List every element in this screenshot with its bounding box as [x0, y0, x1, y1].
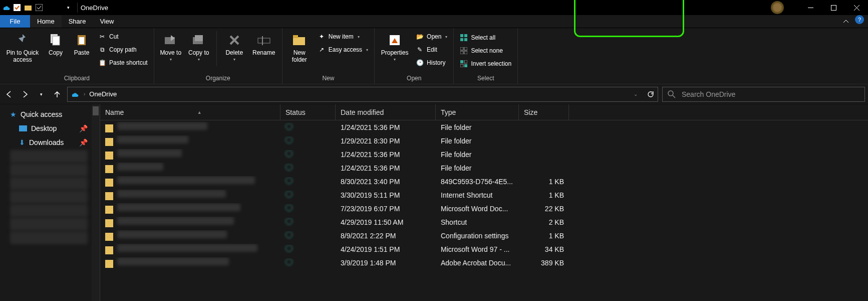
- open-icon: 📂: [416, 33, 424, 41]
- invert-selection-button[interactable]: Invert selection: [458, 58, 513, 69]
- sidebar-item-blurred[interactable]: [10, 191, 88, 204]
- tab-share[interactable]: Share: [62, 15, 93, 28]
- select-none-button[interactable]: Select none: [458, 45, 513, 56]
- sidebar-item-blurred[interactable]: [10, 204, 88, 217]
- delete-button[interactable]: Delete▾: [222, 29, 247, 62]
- move-to-button[interactable]: Move to▾: [158, 29, 183, 62]
- svg-rect-12: [262, 36, 263, 45]
- file-row[interactable]: 1/24/2021 5:36 PMFile folder: [100, 147, 868, 161]
- file-icon: [105, 260, 113, 268]
- up-button[interactable]: [51, 88, 63, 100]
- select-all-button[interactable]: Select all: [458, 32, 513, 43]
- file-row[interactable]: 1/24/2021 5:36 PMFile folder: [100, 161, 868, 175]
- status-icon: [285, 191, 293, 198]
- history-button[interactable]: 🕑History: [414, 57, 449, 68]
- new-item-button[interactable]: ✦New item▾: [316, 31, 370, 42]
- file-type: Adobe Acrobat Docu...: [436, 259, 519, 267]
- qat-folder-icon[interactable]: [24, 4, 32, 12]
- copy-button[interactable]: Copy: [44, 29, 67, 56]
- file-row[interactable]: 8/9/2021 2:22 PMConfiguration settings1 …: [100, 229, 868, 242]
- qat-save-icon[interactable]: [13, 4, 21, 12]
- sidebar-desktop[interactable]: Desktop 📌: [0, 121, 100, 135]
- qat-checkbox-icon[interactable]: [35, 4, 43, 12]
- cut-button[interactable]: ✂Cut: [96, 31, 150, 42]
- chevron-right-icon[interactable]: ›: [84, 91, 85, 97]
- file-icon: [105, 206, 113, 214]
- sidebar-item-blurred[interactable]: [10, 164, 88, 177]
- open-button[interactable]: 📂Open▾: [414, 31, 449, 42]
- user-avatar[interactable]: [771, 1, 784, 14]
- easy-access-button[interactable]: ↗Easy access▾: [316, 44, 370, 55]
- properties-button[interactable]: Properties▾: [379, 29, 411, 62]
- refresh-button[interactable]: [647, 90, 655, 98]
- tab-view[interactable]: View: [93, 15, 121, 28]
- file-name-blurred: [117, 244, 257, 252]
- file-row[interactable]: 1/29/2021 8:30 PMFile folder: [100, 134, 868, 147]
- sidebar-item-blurred[interactable]: [10, 177, 88, 190]
- file-name-blurred: [117, 176, 255, 184]
- sidebar-quick-access[interactable]: ★ Quick access: [0, 107, 100, 121]
- header-status[interactable]: Status: [280, 104, 336, 120]
- file-type: File folder: [436, 150, 519, 159]
- tab-home[interactable]: Home: [30, 15, 62, 28]
- cut-icon: ✂: [98, 33, 106, 41]
- file-icon: [105, 138, 113, 146]
- maximize-button[interactable]: [822, 0, 845, 15]
- file-type: 849C9593-D756-4E5...: [436, 178, 519, 186]
- header-date[interactable]: Date modified: [336, 104, 436, 120]
- help-icon[interactable]: ?: [855, 15, 864, 24]
- rename-button[interactable]: Rename: [250, 29, 278, 56]
- recent-dropdown-icon[interactable]: ▾: [35, 88, 47, 100]
- file-row[interactable]: 3/9/2019 1:48 PMAdobe Acrobat Docu...389…: [100, 256, 868, 269]
- invert-selection-icon: [460, 60, 468, 68]
- minimize-button[interactable]: [799, 0, 822, 15]
- header-type[interactable]: Type: [436, 104, 519, 120]
- svg-rect-7: [79, 37, 84, 44]
- copy-to-button[interactable]: Copy to▾: [186, 29, 211, 62]
- forward-button[interactable]: [19, 88, 31, 100]
- copy-path-button[interactable]: ⧉Copy path: [96, 44, 150, 55]
- group-label: Select: [458, 74, 513, 84]
- file-name-blurred: [117, 257, 229, 265]
- svg-rect-19: [464, 38, 467, 41]
- svg-rect-17: [464, 34, 467, 37]
- sidebar-item-blurred[interactable]: [10, 218, 88, 231]
- sidebar-downloads[interactable]: ⬇ Downloads 📌: [0, 135, 100, 149]
- file-row[interactable]: 4/29/2019 11:50 AMShortcut2 KB: [100, 215, 868, 229]
- sidebar-item-blurred[interactable]: [10, 150, 88, 163]
- address-dropdown-icon[interactable]: ⌄: [634, 91, 638, 97]
- close-button[interactable]: [845, 0, 868, 15]
- file-row[interactable]: 4/24/2019 1:51 PMMicrosoft Word 97 - ...…: [100, 242, 868, 256]
- svg-rect-14: [293, 35, 298, 38]
- paste-button[interactable]: Paste: [70, 29, 93, 56]
- address-bar[interactable]: › OneDrive ⌄: [67, 87, 658, 102]
- qat-dropdown-icon[interactable]: ▾: [64, 4, 72, 12]
- file-date: 7/23/2019 6:07 PM: [336, 205, 436, 213]
- sidebar-scrollbar[interactable]: [92, 104, 100, 301]
- header-size[interactable]: Size: [519, 104, 569, 120]
- file-name-blurred: [117, 217, 234, 225]
- new-folder-button[interactable]: New folder: [286, 29, 313, 63]
- file-date: 4/24/2019 1:51 PM: [336, 245, 436, 253]
- address-location: OneDrive: [89, 90, 117, 98]
- pin-to-quick-access-button[interactable]: Pin to Quick access: [4, 29, 41, 63]
- edit-button[interactable]: ✎Edit: [414, 44, 449, 55]
- svg-rect-24: [460, 60, 463, 63]
- file-row[interactable]: 1/24/2021 5:36 PMFile folder: [100, 120, 868, 134]
- back-button[interactable]: [3, 88, 15, 100]
- file-row[interactable]: 7/23/2019 6:07 PMMicrosoft Word Doc...22…: [100, 202, 868, 215]
- file-name-blurred: [117, 190, 226, 198]
- file-icon: [105, 152, 113, 160]
- sidebar-item-blurred[interactable]: [10, 231, 88, 244]
- file-type: Microsoft Word Doc...: [436, 205, 519, 213]
- search-box[interactable]: Search OneDrive: [662, 87, 865, 102]
- file-row[interactable]: 8/30/2021 3:40 PM849C9593-D756-4E5...1 K…: [100, 175, 868, 188]
- collapse-ribbon-icon[interactable]: [839, 15, 853, 28]
- delete-icon: [226, 32, 242, 48]
- header-name[interactable]: Name▲: [100, 104, 280, 120]
- paste-shortcut-button[interactable]: 📋Paste shortcut: [96, 57, 150, 68]
- navigation-bar: ▾ › OneDrive ⌄ Search OneDrive: [0, 84, 868, 104]
- file-row[interactable]: 3/30/2019 5:11 PMInternet Shortcut1 KB: [100, 188, 868, 202]
- group-label: Organize: [158, 74, 278, 84]
- tab-file[interactable]: File: [0, 15, 30, 28]
